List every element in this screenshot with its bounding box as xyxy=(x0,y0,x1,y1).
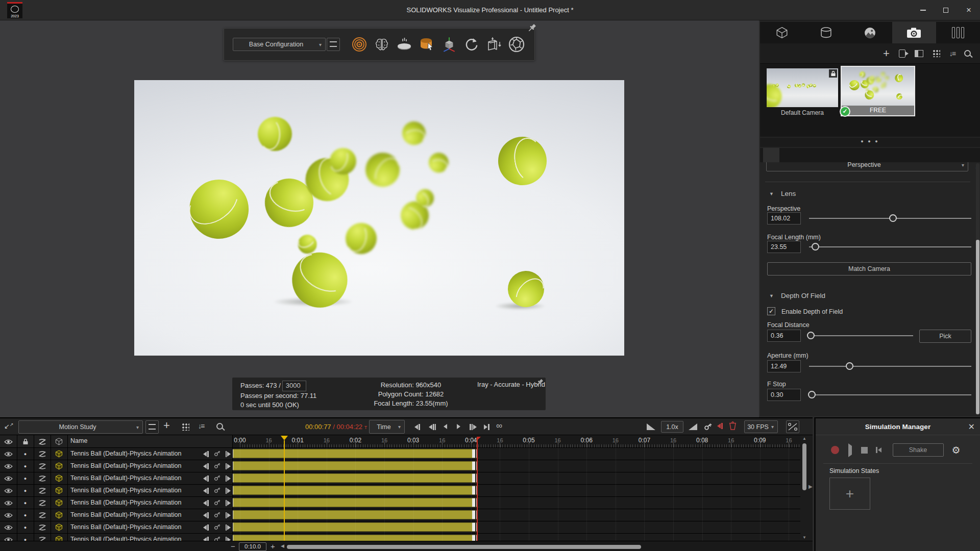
aperture-input[interactable]: 12.49 xyxy=(767,360,801,372)
next-keyframe-button[interactable] xyxy=(226,451,231,457)
track-animation-icon[interactable] xyxy=(34,448,51,460)
collapse-panel-icon[interactable]: ↙↗ xyxy=(4,422,13,430)
focal-length-slider[interactable] xyxy=(809,241,971,253)
slider-thumb[interactable] xyxy=(846,362,853,370)
menu-item[interactable] xyxy=(72,8,83,12)
viewport-area[interactable]: Base Configuration ▾ xyxy=(0,20,759,417)
ramp-down-icon[interactable] xyxy=(647,423,655,430)
ai-denoiser-icon[interactable] xyxy=(372,34,392,55)
match-camera-button[interactable]: Match Camera xyxy=(767,262,971,276)
search-icon[interactable] xyxy=(964,50,971,57)
track-lock-state-dot[interactable]: ● xyxy=(17,460,34,472)
track-lock-state-dot[interactable]: ● xyxy=(17,497,34,509)
menu-item[interactable] xyxy=(30,8,40,12)
tab-appearances[interactable] xyxy=(804,22,848,43)
scrollbar-thumb[interactable] xyxy=(802,443,806,490)
track-row[interactable]: ● Tennis Ball (Default)-Physics Animatio… xyxy=(0,534,800,541)
minimize-button[interactable] xyxy=(912,0,934,20)
tab-libraries[interactable] xyxy=(936,22,980,43)
rewind-simulation-button[interactable] xyxy=(876,447,881,453)
animation-clip-bar[interactable] xyxy=(232,486,479,495)
track-visibility-icon[interactable] xyxy=(0,485,17,496)
slider-thumb[interactable] xyxy=(807,332,815,339)
track-animation-icon[interactable] xyxy=(34,521,51,533)
menu-item[interactable] xyxy=(44,8,54,12)
dof-section-header[interactable]: ▼ Depth Of Field xyxy=(769,292,825,299)
menu-item[interactable] xyxy=(58,8,68,12)
track-name[interactable]: Tennis Ball (Default)-Physics Animation xyxy=(70,448,181,460)
ramp-up-icon[interactable] xyxy=(689,423,697,430)
key-icon[interactable] xyxy=(213,535,221,541)
animation-clip-bar[interactable] xyxy=(232,510,479,519)
prev-keyframe-button[interactable] xyxy=(203,488,209,494)
add-camera-button[interactable]: + xyxy=(883,48,890,59)
panel-resize-handle[interactable]: ● ● ● xyxy=(760,138,980,147)
track-visibility-icon[interactable] xyxy=(0,472,17,484)
timeline-search-icon[interactable] xyxy=(216,423,223,430)
perspective-input[interactable]: 108.02 xyxy=(767,212,801,224)
duplicate-camera-button[interactable] xyxy=(899,49,905,58)
camera-tile-free[interactable]: FREE ✓ xyxy=(841,66,915,116)
pin-icon[interactable] xyxy=(535,379,544,388)
shake-button[interactable]: Shake xyxy=(893,443,944,457)
trash-icon[interactable] xyxy=(729,421,737,432)
key-icon[interactable] xyxy=(213,474,221,483)
track-animation-icon[interactable] xyxy=(34,485,51,496)
go-to-end-button[interactable] xyxy=(484,424,489,430)
reset-camera-icon[interactable] xyxy=(461,34,482,55)
track-name[interactable]: Tennis Ball (Default)-Physics Animation xyxy=(70,485,181,496)
prev-keyframe-button[interactable] xyxy=(203,500,209,506)
track-name[interactable]: Tennis Ball (Default)-Physics Animation xyxy=(70,521,181,533)
track-row[interactable]: ● Tennis Ball (Default)-Physics Animatio… xyxy=(0,521,800,534)
camera-property-tab[interactable] xyxy=(796,148,812,162)
track-visibility-icon[interactable] xyxy=(0,534,17,541)
track-animation-icon[interactable] xyxy=(34,509,51,521)
fps-dropdown[interactable]: 30 FPS ▾ xyxy=(744,420,778,433)
prev-keyframe-button[interactable] xyxy=(203,524,209,531)
autokey-icon[interactable] xyxy=(703,422,713,433)
next-keyframe-button[interactable] xyxy=(226,524,231,531)
timeline-view-button[interactable] xyxy=(182,423,189,431)
track-animation-icon[interactable] xyxy=(34,472,51,484)
track-animation-icon[interactable] xyxy=(34,460,51,472)
play-backward-button[interactable] xyxy=(444,424,447,429)
fstop-input[interactable]: 0.30 xyxy=(767,389,801,401)
loop-icon[interactable]: ∞ xyxy=(496,421,502,431)
render-canvas[interactable] xyxy=(134,80,624,356)
track-visibility-icon[interactable] xyxy=(0,509,17,521)
scrollbar-thumb[interactable] xyxy=(976,240,979,414)
timeline-sort-button[interactable]: ↓≡ xyxy=(198,422,204,430)
delete-keyframe-icon[interactable] xyxy=(717,423,723,429)
timeline-vertical-scrollbar[interactable]: ▲ ▼ xyxy=(802,436,807,540)
key-icon[interactable] xyxy=(213,498,221,508)
track-lock-state-dot[interactable]: ● xyxy=(17,485,34,496)
focal-length-input[interactable]: 23.55 xyxy=(767,241,801,253)
render-output-aperture-icon[interactable] xyxy=(506,34,527,55)
key-icon[interactable] xyxy=(213,523,221,532)
slider-thumb[interactable] xyxy=(889,214,897,222)
playback-speed-box[interactable]: 1.0x xyxy=(661,421,683,433)
move-object-axes-icon[interactable] xyxy=(439,34,459,55)
camera-property-tab[interactable] xyxy=(763,148,779,162)
apply-appearance-icon[interactable] xyxy=(416,34,437,55)
track-lock-state-dot[interactable]: ● xyxy=(17,521,34,533)
maximize-button[interactable] xyxy=(935,0,957,20)
expand-panel-icon[interactable]: ▶ xyxy=(808,484,813,489)
visibility-column-icon[interactable] xyxy=(0,435,17,448)
visible-range-input[interactable]: 0:10.0 xyxy=(239,542,266,551)
configuration-dropdown[interactable]: Base Configuration ▾ xyxy=(233,38,326,51)
track-row[interactable]: ● Tennis Ball (Default)-Physics Animatio… xyxy=(0,509,800,521)
passes-limit-input[interactable]: 3000 xyxy=(282,381,306,391)
key-icon[interactable] xyxy=(213,462,221,471)
camera-property-tab[interactable] xyxy=(812,148,828,162)
name-column-header[interactable]: Name xyxy=(70,437,87,444)
next-keyframe-button[interactable] xyxy=(226,537,231,541)
close-button[interactable]: × xyxy=(958,0,980,20)
camera-property-tab[interactable] xyxy=(779,148,796,162)
prev-keyframe-button[interactable] xyxy=(203,475,209,482)
animation-clip-bar[interactable] xyxy=(232,535,479,541)
focal-distance-input[interactable]: 0.36 xyxy=(767,330,801,342)
next-keyframe-button[interactable] xyxy=(226,500,231,506)
tab-cameras[interactable] xyxy=(892,22,936,43)
track-visibility-icon[interactable] xyxy=(0,448,17,460)
